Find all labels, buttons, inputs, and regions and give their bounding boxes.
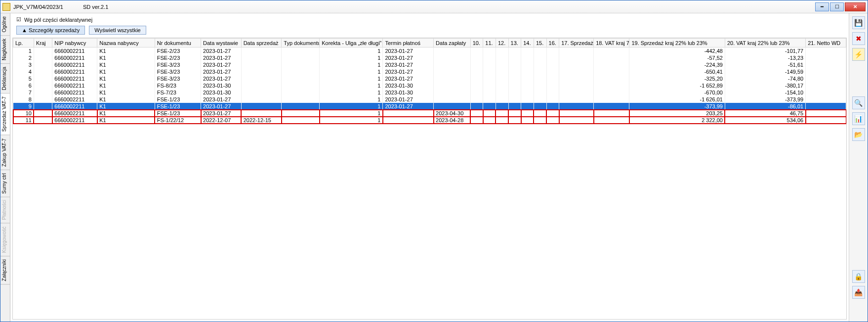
sidetab-za-czniki[interactable]: Załączniki xyxy=(0,256,10,284)
col-header[interactable]: 16. xyxy=(546,39,559,47)
open-icon[interactable]: 📂 xyxy=(852,128,865,141)
col-header[interactable]: 19. Sprzedaż kraj 22% lub 23% xyxy=(629,39,725,47)
delete-icon[interactable]: ✖ xyxy=(852,32,865,45)
col-header[interactable]: 15. xyxy=(534,39,546,47)
table-row[interactable]: 16660002211K1FSE-2/232023-01-2712023-01-… xyxy=(13,47,846,55)
col-header[interactable]: Korekta - Ulga „złe długi” xyxy=(320,39,383,47)
side-tabs: OgólneNagłówekDeklaracjaSprzedaż VAT-7Za… xyxy=(0,13,10,322)
sidetab-sprzeda-vat-7[interactable]: Sprzedaż VAT-7 xyxy=(0,93,10,135)
upload-icon: ▲ xyxy=(22,27,27,33)
lock-icon[interactable]: 🔒 xyxy=(852,270,865,283)
minimize-button[interactable]: ━ xyxy=(815,2,829,11)
col-header[interactable]: 11. xyxy=(483,39,496,47)
find-icon[interactable]: 🔍 xyxy=(852,96,865,109)
sidetab-og-lne[interactable]: Ogólne xyxy=(0,13,10,36)
table-row[interactable]: 76660002211K1FS-7/232023-01-3012023-01-3… xyxy=(13,89,846,96)
window-subtitle: SD ver.2.1 xyxy=(83,4,108,10)
declarative-fields-checkbox[interactable]: ☑ Wg pól części deklaratywnej xyxy=(16,16,92,23)
titlebar: JPK_V7M/04/2023/1 SD ver.2.1 ━ ☐ ✕ xyxy=(0,0,868,13)
col-header[interactable]: 17. Sprzedaż k xyxy=(559,39,594,47)
details-button[interactable]: ▲ Szczegóły sprzedaży xyxy=(16,26,85,35)
sidetab-deklaracja[interactable]: Deklaracja xyxy=(0,64,10,93)
export-icon[interactable]: 📤 xyxy=(852,286,865,299)
sidetab-zakup-vat-7[interactable]: Zakup VAT-7 xyxy=(0,136,10,170)
folder-icon xyxy=(2,3,10,11)
sidetab-sumy-ctrl[interactable]: Sumy ctrl xyxy=(0,170,10,197)
col-header[interactable]: Lp. xyxy=(13,39,34,47)
table-row[interactable]: 66660002211K1FS-8/232023-01-3012023-01-3… xyxy=(13,82,846,89)
col-header[interactable]: 12. xyxy=(496,39,508,47)
grid-header-row[interactable]: Lp.KrajNIP nabywcyNazwa nabywcyNr dokume… xyxy=(13,39,846,47)
col-header[interactable]: 13. xyxy=(508,39,521,47)
table-row[interactable]: 116660002211K1FS-1/22/122022-12-072022-1… xyxy=(13,117,846,124)
col-header[interactable]: 18. VAT kraj 7% xyxy=(594,39,629,47)
col-header[interactable]: Data wystawie xyxy=(201,39,242,47)
table-row[interactable]: 26660002211K1FSE-2/232023-01-2712023-01-… xyxy=(13,54,846,61)
sales-grid[interactable]: Lp.KrajNIP nabywcyNazwa nabywcyNr dokume… xyxy=(12,38,847,320)
save-icon[interactable]: 💾 xyxy=(852,16,865,29)
col-header[interactable]: 21. Netto WD xyxy=(806,39,846,47)
col-header[interactable]: Data sprzedaż xyxy=(241,39,282,47)
col-header[interactable]: Typ dokumentu xyxy=(282,39,320,47)
table-row[interactable]: 96660002211K1FSE-1/232023-01-2712023-01-… xyxy=(13,103,846,110)
vat-icon[interactable]: 📊 xyxy=(852,112,865,125)
checkbox-label: Wg pól części deklaratywnej xyxy=(24,17,92,23)
table-row[interactable]: 46660002211K1FSE-3/232023-01-2712023-01-… xyxy=(13,68,846,75)
col-header[interactable]: 14. xyxy=(521,39,534,47)
table-row[interactable]: 86660002211K1FSE-1/232023-01-2712023-01-… xyxy=(13,96,846,103)
maximize-button[interactable]: ☐ xyxy=(830,2,844,11)
table-row[interactable]: 56660002211K1FSE-3/232023-01-2712023-01-… xyxy=(13,75,846,82)
col-header[interactable]: 10. xyxy=(470,39,483,47)
col-header[interactable]: Kraj xyxy=(34,39,52,47)
table-row[interactable]: 106660002211K1FSE-1/232023-01-2712023-04… xyxy=(13,110,846,117)
filter-icon: ☑ xyxy=(16,16,21,23)
window-title: JPK_V7M/04/2023/1 xyxy=(13,4,63,10)
col-header[interactable]: Data zapłaty xyxy=(434,39,471,47)
close-button[interactable]: ✕ xyxy=(845,2,866,11)
col-header[interactable]: Termin płatnoś xyxy=(383,39,434,47)
show-all-button[interactable]: Wyświetl wszystkie xyxy=(89,26,146,35)
sidetab-p-atno-ci: Płatności xyxy=(0,197,10,224)
right-toolbar: 💾 ✖ ⚡ 🔍 📊 📂 🔒 📤 xyxy=(849,13,868,322)
col-header[interactable]: NIP nabywcy xyxy=(52,39,97,47)
col-header[interactable]: Nr dokumentu xyxy=(155,39,201,47)
col-header[interactable]: 20. VAT kraj 22% lub 23% xyxy=(725,39,805,47)
col-header[interactable]: Nazwa nabywcy xyxy=(97,39,155,47)
table-row[interactable]: 36660002211K1FSE-3/232023-01-2712023-01-… xyxy=(13,61,846,68)
sidetab-nag-wek[interactable]: Nagłówek xyxy=(0,36,10,64)
sidetab-ksi-gowo-: Księgowość xyxy=(0,224,10,256)
refresh-icon[interactable]: ⚡ xyxy=(852,48,865,61)
